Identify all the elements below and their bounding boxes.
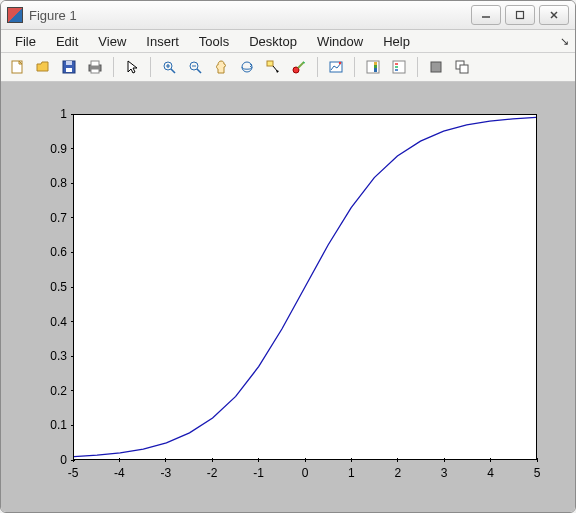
svg-rect-7 <box>66 61 72 65</box>
svg-rect-28 <box>374 65 377 68</box>
figure-area: 00.10.20.30.40.50.60.70.80.91 -5-4-3-2-1… <box>1 82 575 512</box>
y-tick-label: 1 <box>19 107 67 121</box>
show-plot-tools-icon[interactable] <box>450 55 474 79</box>
figure-window: Figure 1 File Edit View Insert Tools Des… <box>0 0 576 513</box>
pan-icon[interactable] <box>209 55 233 79</box>
y-tick-label: 0 <box>19 453 67 467</box>
toolbar-separator <box>354 57 355 77</box>
hide-plot-tools-icon[interactable] <box>424 55 448 79</box>
svg-rect-1 <box>517 12 524 19</box>
x-tick-label: 1 <box>348 466 355 480</box>
window-controls <box>471 5 569 25</box>
svg-line-22 <box>298 62 304 68</box>
toolbar-separator <box>317 57 318 77</box>
close-button[interactable] <box>539 5 569 25</box>
y-tick-label: 0.5 <box>19 280 67 294</box>
y-tick-label: 0.2 <box>19 384 67 398</box>
save-icon[interactable] <box>57 55 81 79</box>
data-cursor-icon[interactable] <box>261 55 285 79</box>
x-tick-label: -3 <box>160 466 171 480</box>
x-tick-label: -2 <box>207 466 218 480</box>
x-tick-label: 4 <box>487 466 494 480</box>
zoom-in-icon[interactable] <box>157 55 181 79</box>
svg-rect-27 <box>374 62 377 65</box>
svg-rect-25 <box>367 61 379 73</box>
y-tick-label: 0.7 <box>19 211 67 225</box>
dock-arrow-icon[interactable]: ↘ <box>560 35 569 48</box>
colorbar-icon[interactable] <box>361 55 385 79</box>
legend-icon[interactable] <box>387 55 411 79</box>
menu-bar: File Edit View Insert Tools Desktop Wind… <box>1 30 575 53</box>
y-tick-label: 0.1 <box>19 418 67 432</box>
toolbar-separator <box>417 57 418 77</box>
x-tick-label: 0 <box>302 466 309 480</box>
plot-axes[interactable] <box>73 114 537 460</box>
menu-insert[interactable]: Insert <box>136 32 189 51</box>
x-axis: -5-4-3-2-1012345 <box>73 462 537 494</box>
print-icon[interactable] <box>83 55 107 79</box>
x-tick-label: 5 <box>534 466 541 480</box>
svg-rect-6 <box>66 68 72 72</box>
minimize-button[interactable] <box>471 5 501 25</box>
menu-file[interactable]: File <box>5 32 46 51</box>
svg-rect-33 <box>431 62 441 72</box>
maximize-button[interactable] <box>505 5 535 25</box>
svg-rect-19 <box>267 61 273 66</box>
y-tick-label: 0.4 <box>19 315 67 329</box>
menu-view[interactable]: View <box>88 32 136 51</box>
menu-edit[interactable]: Edit <box>46 32 88 51</box>
brush-icon[interactable] <box>287 55 311 79</box>
menu-help[interactable]: Help <box>373 32 420 51</box>
menu-tools[interactable]: Tools <box>189 32 239 51</box>
toolbar <box>1 53 575 82</box>
y-axis: 00.10.20.30.40.50.60.70.80.91 <box>15 114 71 460</box>
y-tick-label: 0.8 <box>19 176 67 190</box>
svg-rect-35 <box>460 65 468 73</box>
y-tick-label: 0.3 <box>19 349 67 363</box>
svg-line-16 <box>197 69 201 73</box>
svg-rect-29 <box>393 61 405 73</box>
svg-rect-9 <box>91 61 99 66</box>
new-figure-icon[interactable] <box>5 55 29 79</box>
y-tick-label: 0.9 <box>19 142 67 156</box>
x-tick-label: -5 <box>68 466 79 480</box>
window-title: Figure 1 <box>29 8 471 23</box>
toolbar-separator <box>113 57 114 77</box>
plot-container: 00.10.20.30.40.50.60.70.80.91 -5-4-3-2-1… <box>15 100 551 494</box>
x-tick-label: 3 <box>441 466 448 480</box>
link-plot-icon[interactable] <box>324 55 348 79</box>
x-tick-label: -1 <box>253 466 264 480</box>
menu-desktop[interactable]: Desktop <box>239 32 307 51</box>
rotate3d-icon[interactable] <box>235 55 259 79</box>
menu-window[interactable]: Window <box>307 32 373 51</box>
pointer-icon[interactable] <box>120 55 144 79</box>
zoom-out-icon[interactable] <box>183 55 207 79</box>
open-icon[interactable] <box>31 55 55 79</box>
y-tick-label: 0.6 <box>19 245 67 259</box>
matlab-icon <box>7 7 23 23</box>
x-tick-label: -4 <box>114 466 125 480</box>
svg-line-12 <box>171 69 175 73</box>
svg-rect-10 <box>91 69 99 73</box>
line-series <box>74 115 536 459</box>
toolbar-separator <box>150 57 151 77</box>
x-tick-label: 2 <box>394 466 401 480</box>
title-bar: Figure 1 <box>1 1 575 30</box>
svg-point-24 <box>339 62 341 64</box>
